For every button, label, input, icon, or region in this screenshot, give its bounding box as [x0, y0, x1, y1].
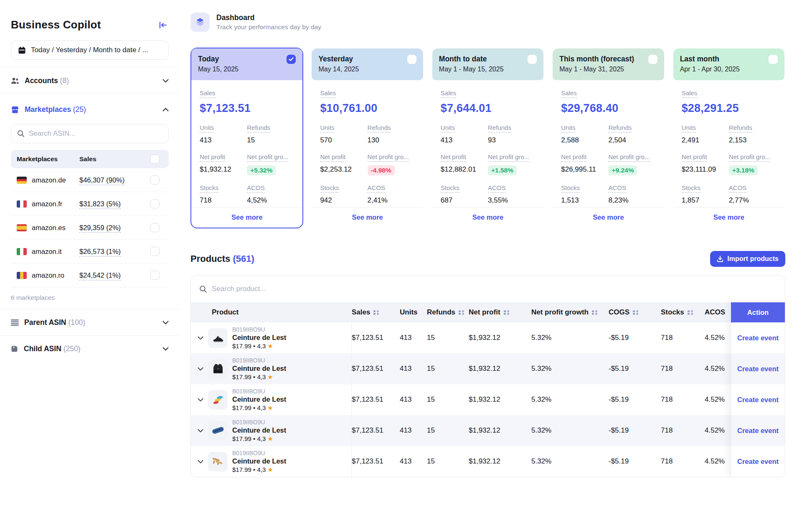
sidebar-item-accounts[interactable]: Accounts (8)	[11, 68, 169, 94]
marketplaces-footnote: 6 marketplaces	[11, 287, 169, 309]
list-lines-icon	[11, 319, 19, 326]
sidebar-item-parent-asin[interactable]: Parent ASIN (100)	[11, 309, 169, 335]
col-cogs[interactable]: COGS	[609, 308, 629, 317]
row-checkbox[interactable]	[150, 199, 160, 208]
table-row[interactable]: B019IIBO9U Ceinture de Lest $17.99 • 4,3…	[191, 446, 785, 477]
marketplace-table-header: Marketplaces Sales	[11, 150, 169, 168]
metric-card-month-to-date[interactable]: Month to date May 1 - May 15, 2025 Sales…	[431, 48, 544, 228]
see-more-link[interactable]: See more	[191, 207, 302, 228]
sort-icon[interactable]	[633, 310, 639, 315]
expand-row-icon[interactable]	[198, 398, 203, 402]
create-event-link[interactable]: Create event	[731, 353, 785, 384]
col-stocks[interactable]: Stocks	[661, 308, 684, 317]
collapse-sidebar-icon[interactable]	[157, 19, 169, 31]
see-more-link[interactable]: See more	[673, 207, 784, 228]
flag-france-icon	[17, 200, 27, 208]
create-event-link[interactable]: Create event	[731, 384, 785, 415]
flag-romania-icon	[17, 272, 27, 279]
card-checkbox[interactable]	[769, 55, 778, 64]
see-more-link[interactable]: See more	[553, 207, 664, 228]
card-checkbox[interactable]	[407, 55, 416, 64]
product-asin: B019IIBO9U	[232, 326, 286, 333]
metric-card-last-month[interactable]: Last month Apr 1 - Apr 30, 2025 Sales $2…	[673, 48, 785, 228]
col-net-profit-growth[interactable]: Net profit growth	[531, 308, 589, 317]
marketplace-row-fr[interactable]: amazon.fr $31,823 (5%)	[11, 192, 169, 216]
product-image	[208, 359, 228, 379]
select-all-checkbox[interactable]	[150, 155, 160, 164]
star-icon: ★	[267, 466, 273, 474]
col-sales[interactable]: Sales	[352, 308, 370, 317]
row-checkbox[interactable]	[150, 247, 160, 256]
card-checkbox[interactable]	[648, 55, 657, 64]
chevron-down-icon	[162, 79, 169, 83]
col-product[interactable]: Product	[191, 302, 352, 322]
see-more-link[interactable]: See more	[432, 207, 543, 228]
growth-badge: +5.32%	[247, 165, 276, 175]
create-event-link[interactable]: Create event	[731, 446, 785, 477]
date-range-selector[interactable]: Today / Yesterday / Month to date / ...	[11, 41, 169, 60]
marketplaces-count: (25)	[73, 105, 86, 114]
expand-row-icon[interactable]	[198, 367, 203, 371]
card-checkbox[interactable]	[287, 55, 296, 64]
sales-value: $7,123.51	[200, 102, 294, 115]
tag-icon	[11, 345, 18, 352]
star-icon: ★	[267, 373, 273, 381]
products-table: Product Sales Units Refunds Net profit N…	[190, 275, 785, 477]
row-checkbox[interactable]	[150, 175, 160, 185]
metric-card-this-month-forecast[interactable]: This month (forecast) May 1 - May 31, 20…	[552, 48, 665, 228]
marketplace-row-de[interactable]: amazon.de $46,307 (90%)	[11, 168, 169, 192]
star-icon: ★	[267, 404, 273, 412]
sort-icon[interactable]	[592, 310, 598, 315]
chevron-up-icon	[162, 108, 169, 111]
col-acos[interactable]: ACOS	[705, 308, 725, 317]
create-event-link[interactable]: Create event	[731, 322, 785, 353]
import-products-button[interactable]: Import products	[710, 251, 785, 267]
table-row[interactable]: B019IIBO9U Ceinture de Lest $17.99 • 4,3…	[191, 384, 785, 415]
sort-icon[interactable]	[504, 310, 510, 315]
product-search[interactable]	[191, 276, 785, 302]
table-row[interactable]: B019IIBO9U Ceinture de Lest $17.99 • 4,3…	[191, 353, 785, 384]
asin-search[interactable]	[11, 124, 169, 143]
marketplace-row-ro[interactable]: amazon.ro $24,542 (1%)	[11, 263, 169, 287]
flag-germany-icon	[17, 177, 27, 184]
card-title: Yesterday	[318, 55, 359, 63]
parent-asin-label: Parent ASIN	[24, 318, 66, 327]
app-title: Business Copilot	[11, 18, 101, 31]
growth-badge: +9.24%	[608, 165, 637, 175]
metric-cards: Today May 15, 2025 Sales $7,123.51 Units…	[190, 48, 785, 228]
row-checkbox[interactable]	[150, 271, 160, 280]
expand-row-icon[interactable]	[198, 429, 203, 433]
col-refunds[interactable]: Refunds	[427, 308, 455, 317]
action-column: Action Create event Create event Create …	[731, 302, 785, 477]
card-title: Last month	[680, 55, 740, 63]
see-more-link[interactable]: See more	[312, 207, 423, 228]
accounts-count: (8)	[60, 76, 69, 85]
sales-value: $7,644.01	[441, 102, 535, 115]
marketplace-row-it[interactable]: amazon.it $26,573 (1%)	[11, 240, 169, 263]
download-icon	[717, 256, 723, 262]
asin-search-input[interactable]	[29, 129, 162, 138]
metric-card-yesterday[interactable]: Yesterday May 14, 2025 Sales $10,761.00 …	[311, 48, 424, 228]
card-checkbox[interactable]	[528, 55, 537, 64]
sort-icon[interactable]	[688, 310, 693, 315]
col-net-profit[interactable]: Net profit	[469, 308, 500, 317]
expand-row-icon[interactable]	[198, 336, 203, 340]
sort-icon[interactable]	[459, 310, 464, 315]
metric-card-today[interactable]: Today May 15, 2025 Sales $7,123.51 Units…	[190, 48, 303, 228]
table-row[interactable]: B019IIBO9U Ceinture de Lest $17.99 • 4,3…	[191, 322, 785, 353]
product-search-input[interactable]	[212, 285, 777, 293]
col-units[interactable]: Units	[400, 308, 418, 317]
create-event-link[interactable]: Create event	[731, 415, 785, 446]
row-checkbox[interactable]	[150, 223, 160, 232]
product-image	[208, 390, 228, 410]
expand-row-icon[interactable]	[198, 460, 203, 464]
sidebar-item-marketplaces[interactable]: Marketplaces (25)	[11, 96, 169, 122]
sidebar-item-child-asin[interactable]: Child ASIN (250)	[11, 336, 169, 362]
sort-icon[interactable]	[373, 310, 379, 315]
dashboard-icon	[190, 13, 210, 32]
table-row[interactable]: B019IIBO9U Ceinture de Lest $17.99 • 4,3…	[191, 415, 785, 446]
sales-label: Sales	[200, 89, 216, 98]
col-marketplaces: Marketplaces	[17, 155, 79, 163]
marketplace-row-es[interactable]: amazon.es $29,359 (2%)	[11, 216, 169, 240]
product-image	[208, 421, 228, 441]
